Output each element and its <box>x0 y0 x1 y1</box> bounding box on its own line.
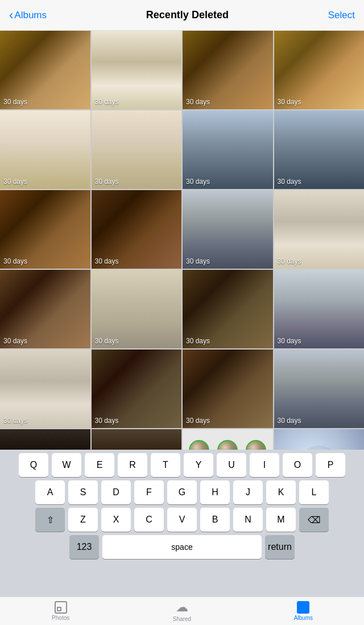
tab-shared-label: Shared <box>173 616 191 622</box>
keyboard-key[interactable]: W <box>52 453 81 477</box>
photo-cell[interactable]: 30 days <box>92 110 182 189</box>
photo-cell[interactable]: 30 days <box>92 31 182 109</box>
photo-cell[interactable]: 30 days <box>92 270 182 348</box>
keyboard-key[interactable]: V <box>167 508 197 532</box>
photos-icon <box>55 601 67 614</box>
tab-photos[interactable]: Photos <box>0 597 121 625</box>
photo-days-label: 30 days <box>186 257 210 265</box>
photo-days-label: 30 days <box>95 178 119 186</box>
keyboard-key[interactable]: L <box>299 480 329 504</box>
back-label: Albums <box>14 10 47 21</box>
photo-cell[interactable]: 30 days <box>0 190 90 269</box>
keyboard-key[interactable]: space <box>102 535 262 559</box>
keyboard-row: ⇧ZXCVBNM⌫ <box>0 504 364 532</box>
photo-cell[interactable]: 30 days <box>0 349 90 428</box>
back-button[interactable]: ‹ Albums <box>9 8 47 23</box>
photo-days-label: 30 days <box>278 337 301 345</box>
photo-days-label: 30 days <box>186 178 210 186</box>
photo-cell[interactable]: 30 days <box>274 31 365 109</box>
keyboard-row: ASDFGHJKL <box>0 477 364 504</box>
photo-days-label: 30 days <box>3 417 27 425</box>
photo-cell[interactable]: 30 days <box>274 190 365 269</box>
photo-cell[interactable]: 30 days <box>92 349 182 428</box>
keyboard-key[interactable]: A <box>35 480 65 504</box>
keyboard-key[interactable]: X <box>101 508 131 532</box>
photo-cell[interactable]: 30 days <box>183 349 273 428</box>
keyboard-key[interactable]: N <box>233 508 263 532</box>
photo-cell[interactable]: 30 days <box>274 110 365 189</box>
photo-cell[interactable]: 30 days <box>0 270 90 348</box>
keyboard-key[interactable]: U <box>217 453 246 477</box>
keyboard-key[interactable]: G <box>167 480 197 504</box>
photo-days-label: 30 days <box>186 337 210 345</box>
photo-days-label: 30 days <box>95 257 119 265</box>
keyboard-key[interactable]: R <box>118 453 147 477</box>
photo-cell[interactable]: 30 days <box>183 270 273 348</box>
photo-days-label: 30 days <box>278 417 301 425</box>
photo-grid: 30 days30 days30 days30 days30 days30 da… <box>0 31 364 450</box>
keyboard: QWERTYUIOPASDFGHJKL⇧ZXCVBNM⌫123spaceretu… <box>0 450 364 597</box>
photo-cell[interactable]: 30 days <box>0 110 90 189</box>
keyboard-key[interactable]: F <box>134 480 164 504</box>
keyboard-key[interactable]: M <box>266 508 296 532</box>
photo-days-label: 30 days <box>186 98 210 106</box>
photo-days-label: 30 days <box>186 417 210 425</box>
tab-bar: Photos ☁ Shared Albums <box>0 597 364 625</box>
keyboard-key[interactable]: P <box>316 453 345 477</box>
albums-icon <box>297 601 309 614</box>
photo-cell[interactable]: 30 days <box>0 31 90 109</box>
photo-days-label: 30 days <box>3 337 27 345</box>
photo-cell[interactable]: 30 days <box>183 190 273 269</box>
keyboard-key[interactable]: Y <box>184 453 213 477</box>
photo-days-label: 30 days <box>95 98 119 106</box>
keyboard-key[interactable]: Z <box>68 508 98 532</box>
tab-photos-label: Photos <box>52 615 69 621</box>
photo-days-label: 30 days <box>3 178 27 186</box>
keyboard-key[interactable]: B <box>200 508 230 532</box>
photo-cell[interactable]: 30 days <box>183 110 273 189</box>
keyboard-key[interactable]: return <box>265 535 295 559</box>
keyboard-key[interactable]: K <box>266 480 296 504</box>
keyboard-key[interactable]: D <box>101 480 131 504</box>
select-button[interactable]: Select <box>328 10 355 21</box>
keyboard-key[interactable]: 123 <box>69 535 99 559</box>
back-chevron-icon: ‹ <box>9 8 13 23</box>
keyboard-key[interactable]: ⌫ <box>299 508 329 532</box>
keyboard-key[interactable]: T <box>151 453 180 477</box>
header: ‹ Albums Recently Deleted Select <box>0 0 364 31</box>
photo-days-label: 30 days <box>3 257 27 265</box>
photo-cell[interactable]: 30 days <box>274 349 365 428</box>
photo-days-label: 30 days <box>278 98 301 106</box>
photo-days-label: 30 days <box>278 178 301 186</box>
photo-days-label: 30 days <box>3 98 27 106</box>
tab-albums-label: Albums <box>294 615 313 621</box>
keyboard-key[interactable]: ⇧ <box>35 508 65 532</box>
keyboard-key[interactable]: H <box>200 480 230 504</box>
photo-cell[interactable]: 30 days <box>92 190 182 269</box>
tab-shared[interactable]: ☁ Shared <box>121 597 242 625</box>
page-title: Recently Deleted <box>146 9 229 21</box>
keyboard-row: 123spacereturn <box>0 532 364 559</box>
cloud-icon: ☁ <box>176 600 188 615</box>
keyboard-key[interactable]: Q <box>19 453 48 477</box>
keyboard-key[interactable]: J <box>233 480 263 504</box>
photo-cell[interactable]: 30 days <box>274 270 365 348</box>
keyboard-key[interactable]: I <box>250 453 279 477</box>
keyboard-row: QWERTYUIOP <box>0 450 364 477</box>
keyboard-key[interactable]: E <box>85 453 114 477</box>
photo-days-label: 30 days <box>95 417 119 425</box>
keyboard-key[interactable]: S <box>68 480 98 504</box>
photo-days-label: 30 days <box>278 257 301 265</box>
keyboard-key[interactable]: O <box>283 453 312 477</box>
tab-albums[interactable]: Albums <box>243 597 364 625</box>
photos-icon-inner <box>57 607 61 611</box>
photo-days-label: 30 days <box>95 337 119 345</box>
photo-cell[interactable]: 30 days <box>183 31 273 109</box>
keyboard-key[interactable]: C <box>134 508 164 532</box>
